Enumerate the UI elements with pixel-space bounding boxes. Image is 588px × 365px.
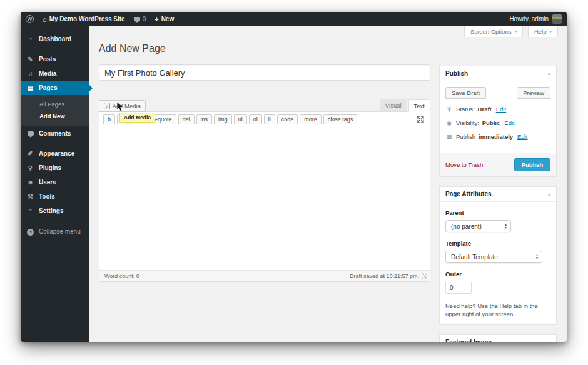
sidebar-item-label: Settings (39, 208, 63, 214)
settings-column: Publish ▴ Save Draft Preview ⚲ Status: (439, 66, 557, 342)
quicktag-li-button[interactable]: li (264, 114, 275, 124)
publish-button[interactable]: Publish (514, 158, 550, 171)
quicktag-ol-button[interactable]: ol (249, 114, 262, 124)
sidebar-item-label: Appearance (39, 150, 74, 157)
sidebar-item-tools[interactable]: ⚒ Tools (21, 189, 89, 204)
collapse-menu-label: Collapse menu (39, 228, 81, 235)
sidebar-item-settings[interactable]: ≡ Settings (21, 204, 89, 218)
editor-mode-tabs: Visual Text (380, 99, 430, 111)
tab-visual[interactable]: Visual (380, 99, 407, 111)
text-editor: b i link b-quote del ins img ul ol li co (99, 111, 430, 282)
template-label: Template (445, 240, 550, 247)
submenu-item-all-pages[interactable]: All Pages (21, 98, 89, 110)
appearance-icon: ✐ (26, 150, 34, 157)
screen-options-button[interactable]: Screen Options ▾ (464, 26, 523, 38)
edit-schedule-link[interactable]: Edit (517, 133, 527, 140)
pages-submenu: All Pages Add New (21, 95, 89, 126)
post-content-textarea[interactable] (99, 127, 430, 270)
parent-select-value: (no parent) (451, 223, 482, 230)
tab-text[interactable]: Text (408, 99, 430, 112)
quicktag-bold-button[interactable]: b (103, 114, 115, 124)
quicktag-code-button[interactable]: code (277, 114, 298, 124)
quicktag-ul-button[interactable]: ul (234, 114, 247, 124)
quicktag-more-button[interactable]: more (300, 114, 322, 124)
quicktag-ins-button[interactable]: ins (196, 114, 213, 124)
new-label: New (161, 16, 175, 22)
screen-options-label: Screen Options (470, 28, 511, 35)
sidebar-item-pages[interactable]: ▤ Pages (21, 81, 89, 95)
preview-button[interactable]: Preview (517, 87, 550, 99)
sidebar-item-posts[interactable]: ✎ Posts (21, 52, 89, 66)
status-label: Status: (456, 106, 475, 112)
sidebar-item-plugins[interactable]: ⚲ Plugins (21, 161, 89, 175)
site-link[interactable]: ⌂ My Demo WordPress Site (43, 16, 125, 23)
publish-box-title: Publish (445, 70, 468, 77)
collapse-toggle-icon[interactable]: ▴ (548, 191, 550, 197)
comment-count: 0 (143, 16, 146, 22)
sidebar-item-label: Posts (39, 56, 56, 62)
editor-area: ♪ Add Media Visual Text b i (99, 98, 430, 282)
save-draft-button[interactable]: Save Draft (445, 87, 486, 99)
sidebar-item-comments[interactable]: Comments (21, 126, 89, 141)
user-avatar[interactable] (552, 14, 562, 24)
edit-visibility-link[interactable]: Edit (504, 119, 514, 126)
select-stepper-icon: ▲▼ (535, 254, 539, 260)
editor-status-bar: Word count: 0 Draft saved at 10:21:57 pm… (99, 270, 430, 281)
featured-image-header[interactable]: Featured Image ▴ (440, 335, 556, 342)
wordpress-logo-menu[interactable]: W (26, 15, 34, 23)
template-select-value: Default Template (451, 254, 498, 261)
page-attributes-title: Page Attributes (445, 191, 492, 198)
howdy-account-link[interactable]: Howdy, admin (509, 16, 549, 22)
draft-saved-status: Draft saved at 10:21:57 pm. (350, 273, 419, 279)
sidebar-item-dashboard[interactable]: ◔ Dashboard (21, 32, 89, 46)
sidebar-item-users[interactable]: ☻ Users (21, 175, 89, 189)
edit-status-link[interactable]: Edit (496, 106, 506, 112)
mouse-cursor (116, 102, 124, 112)
sidebar-item-label: Comments (39, 130, 71, 137)
publish-box: Publish ▴ Save Draft Preview ⚲ Status: (439, 66, 557, 177)
content-area: Screen Options ▾ Help ▾ Add New Page (89, 26, 567, 342)
sidebar-item-media[interactable]: ♫ Media (21, 66, 89, 81)
collapse-toggle-icon[interactable]: ▴ (548, 339, 550, 342)
help-button[interactable]: Help ▾ (528, 26, 558, 38)
current-menu-arrow (89, 84, 93, 92)
page-attributes-header[interactable]: Page Attributes ▴ (440, 187, 556, 202)
editor-resize-handle[interactable] (422, 273, 427, 279)
quicktag-img-button[interactable]: img (214, 114, 232, 124)
plus-icon: + (155, 16, 158, 23)
comments-icon (26, 130, 34, 137)
status-pin-icon: ⚲ (445, 106, 453, 112)
visibility-eye-icon: ◉ (445, 120, 453, 126)
editor-column: Add New Page ♪ Add Media Visual Text (99, 43, 430, 342)
sidebar-item-label: Dashboard (39, 36, 71, 42)
media-icon: ♫ (26, 70, 34, 77)
collapse-toggle-icon[interactable]: ▴ (548, 71, 550, 76)
quicktag-close-tags-button[interactable]: close tags (323, 114, 358, 124)
visibility-value: Public (482, 119, 500, 126)
comments-shortcut[interactable]: 0 (134, 16, 146, 22)
posts-icon: ✎ (26, 56, 34, 62)
wordpress-admin-window: W ⌂ My Demo WordPress Site 0 + New Howdy… (21, 12, 567, 342)
menu-separator (21, 141, 89, 146)
help-label: Help (534, 28, 547, 35)
submenu-item-add-new[interactable]: Add New (21, 110, 89, 122)
status-value: Draft (478, 106, 492, 112)
comment-bubble-icon (134, 17, 140, 21)
calendar-icon: ▦ (445, 134, 453, 140)
post-title-input[interactable] (99, 64, 430, 81)
sidebar-item-appearance[interactable]: ✐ Appearance (21, 146, 89, 161)
fullscreen-icon[interactable] (417, 116, 426, 123)
sidebar-item-label: Users (39, 179, 56, 186)
order-input[interactable] (445, 282, 472, 294)
chevron-down-icon: ▾ (514, 29, 517, 34)
visibility-row: ◉ Visibility: Public Edit (445, 119, 550, 126)
collapse-menu-button[interactable]: ◄ Collapse menu (21, 224, 89, 239)
new-content-menu[interactable]: + New (155, 16, 174, 23)
status-row: ⚲ Status: Draft Edit (445, 106, 550, 112)
site-name: My Demo WordPress Site (49, 16, 125, 22)
template-select[interactable]: Default Template ▲▼ (445, 251, 542, 263)
quicktag-del-button[interactable]: del (178, 114, 195, 124)
move-to-trash-link[interactable]: Move to Trash (445, 161, 483, 168)
publish-box-header[interactable]: Publish ▴ (440, 66, 556, 81)
parent-select[interactable]: (no parent) ▲▼ (445, 220, 511, 232)
